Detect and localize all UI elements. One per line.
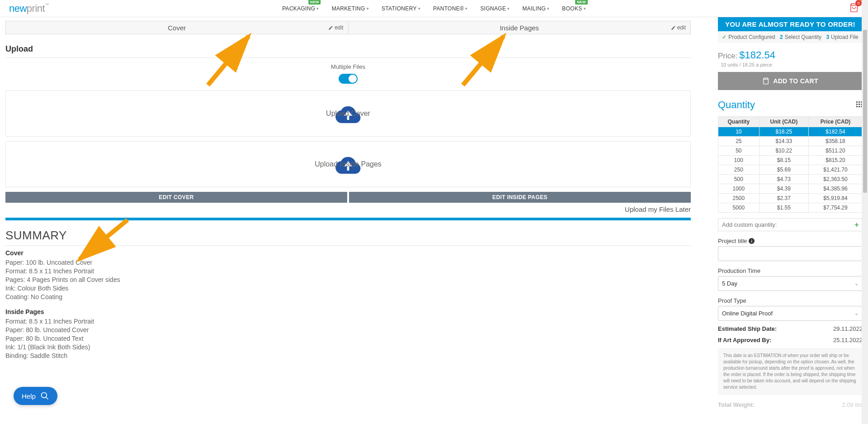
qty-row[interactable]: 5000$1.55$7,754.29 <box>718 203 863 213</box>
qty-cell: $358.18 <box>809 137 863 146</box>
tab-inside-edit[interactable]: edit <box>671 24 686 31</box>
nav-packaging[interactable]: NEW PACKAGING▾ <box>282 5 319 12</box>
logo-tm: ™ <box>45 3 49 7</box>
dropzone-cover-text: Upload Cover <box>326 110 370 118</box>
multiple-files-block: Multiple Files <box>5 63 691 85</box>
qty-cell: 25 <box>718 137 760 146</box>
pencil-icon <box>671 25 676 30</box>
qty-row[interactable]: 25$14.33$358.18 <box>718 137 863 146</box>
production-time-label: Production Time <box>718 267 863 274</box>
qty-row[interactable]: 250$5.69$1,421.70 <box>718 165 863 175</box>
dropzone-inside[interactable]: Upload Inside Pages <box>5 141 691 187</box>
project-title-label: Project title i <box>718 238 863 244</box>
chevron-down-icon: ▾ <box>316 6 319 11</box>
nav-badge-new: NEW <box>308 0 321 5</box>
cart-icon <box>762 77 769 85</box>
upload-later-link[interactable]: Upload my Files Later <box>5 205 691 213</box>
qty-cell: 2500 <box>718 194 760 203</box>
logo-gray: print <box>27 3 45 14</box>
qty-cell: $182.54 <box>809 127 863 137</box>
edit-cover-button[interactable]: EDIT COVER <box>5 192 347 203</box>
chevron-down-icon: ⌄ <box>854 310 859 316</box>
nav-books[interactable]: NEW BOOKS▾ <box>562 5 586 12</box>
qty-col-u: Unit (CAD) <box>759 117 808 127</box>
summary-cover-title: Cover <box>5 249 691 257</box>
edit-buttons-row: EDIT COVER EDIT INSIDE PAGES <box>5 192 691 203</box>
svg-point-12 <box>41 393 47 398</box>
dropzone-inside-text: Upload Inside Pages <box>315 160 382 168</box>
main-column: Cover edit Inside Pages edit Upload Mult… <box>5 17 691 408</box>
qty-cell: 250 <box>718 165 760 175</box>
add-custom-qty-button[interactable]: + <box>851 219 862 231</box>
tab-cover-edit[interactable]: edit <box>328 24 343 31</box>
nav-marketing[interactable]: MARKETING▾ <box>332 5 369 12</box>
qty-row[interactable]: 100$8.15$815.20 <box>718 156 863 165</box>
qty-cell: $8.15 <box>759 156 808 165</box>
qty-cell: $4.39 <box>759 184 808 194</box>
chevron-down-icon: ▾ <box>367 6 369 11</box>
summary-line: Paper: 80 lb. Uncoated Text <box>5 334 691 343</box>
scrollbar-thumb[interactable] <box>863 30 867 193</box>
qty-cell: $4,385.96 <box>809 184 863 194</box>
price-sub: 10 units / 18.25 a piece <box>721 62 863 67</box>
multiple-files-label: Multiple Files <box>5 63 691 70</box>
chevron-down-icon: ▾ <box>465 6 467 11</box>
logo-blue: new <box>9 3 27 14</box>
nav-badge-new: NEW <box>575 0 588 5</box>
qty-col-q: Quantity <box>718 117 760 127</box>
production-time-group: Production Time 5 Day ⌄ <box>718 267 863 291</box>
qty-row[interactable]: 1000$4.39$4,385.96 <box>718 184 863 194</box>
ship-date-row: Estimated Ship Date: 29.11.2022 <box>718 325 863 332</box>
nav-stationery[interactable]: STATIONERY▾ <box>382 5 420 12</box>
qty-cell: 50 <box>718 146 760 156</box>
help-bubble[interactable]: Help <box>14 387 57 405</box>
custom-quantity-input[interactable] <box>718 219 851 231</box>
svg-rect-4 <box>859 101 860 103</box>
dropzone-cover[interactable]: Upload Cover <box>5 91 691 137</box>
summary-inside-title: Inside Pages <box>5 308 691 315</box>
svg-rect-7 <box>859 104 860 105</box>
proof-type-group: Proof Type Online Digital Proof ⌄ <box>718 297 863 321</box>
logo[interactable]: newprint™ <box>9 3 49 14</box>
cart-badge: 0 <box>855 0 862 6</box>
proof-type-select[interactable]: Online Digital Proof ⌄ <box>718 306 863 321</box>
art-approved-row: If Art Approved By: 25.11.2022 <box>718 337 863 343</box>
qty-row[interactable]: 500$4.73$2,363.50 <box>718 175 863 184</box>
multiple-files-toggle[interactable] <box>339 74 358 84</box>
add-to-cart-button[interactable]: ADD TO CART <box>718 72 863 90</box>
edit-inside-button[interactable]: EDIT INSIDE PAGES <box>349 192 691 203</box>
qty-cell: $511.20 <box>809 146 863 156</box>
custom-quantity: + <box>718 218 863 231</box>
qty-row[interactable]: 2500$2.37$5,919.84 <box>718 194 863 203</box>
tab-inside[interactable]: Inside Pages edit <box>349 21 691 34</box>
qty-cell: $4.73 <box>759 175 808 184</box>
qty-row[interactable]: 10$18.25$182.54 <box>718 127 863 137</box>
nav-menu: NEW PACKAGING▾ MARKETING▾ STATIONERY▾ PA… <box>282 5 586 12</box>
qty-cell: 10 <box>718 127 760 137</box>
qty-cell: 5000 <box>718 203 760 213</box>
qty-cell: $1.55 <box>759 203 808 213</box>
qty-cell: $5,919.84 <box>809 194 863 203</box>
price-label: Price: <box>718 52 737 60</box>
price-row: Price: $182.54 <box>718 49 863 61</box>
svg-rect-6 <box>856 104 858 105</box>
svg-rect-9 <box>856 106 858 107</box>
svg-rect-10 <box>859 106 860 107</box>
qty-cell: $2,363.50 <box>809 175 863 184</box>
qty-row[interactable]: 50$10.22$511.20 <box>718 146 863 156</box>
search-icon <box>40 391 49 400</box>
cart-button[interactable]: 0 <box>849 3 859 14</box>
summary-line: Format: 8.5 x 11 Inches Portrait <box>5 267 691 276</box>
info-icon[interactable]: i <box>749 238 755 244</box>
tabs: Cover edit Inside Pages edit <box>5 21 691 34</box>
production-time-select[interactable]: 5 Day ⌄ <box>718 276 863 291</box>
chevron-down-icon: ▾ <box>547 6 549 11</box>
nav-mailing[interactable]: MAILING▾ <box>523 5 550 12</box>
summary-heading: SUMMARY <box>5 229 691 246</box>
summary-accent-bar <box>5 218 691 220</box>
tab-cover[interactable]: Cover edit <box>5 21 349 34</box>
project-title-input[interactable] <box>718 246 863 261</box>
nav-pantone[interactable]: PANTONE®▾ <box>433 5 467 12</box>
scrollbar[interactable] <box>862 0 868 408</box>
nav-signage[interactable]: SIGNAGE▾ <box>480 5 509 12</box>
